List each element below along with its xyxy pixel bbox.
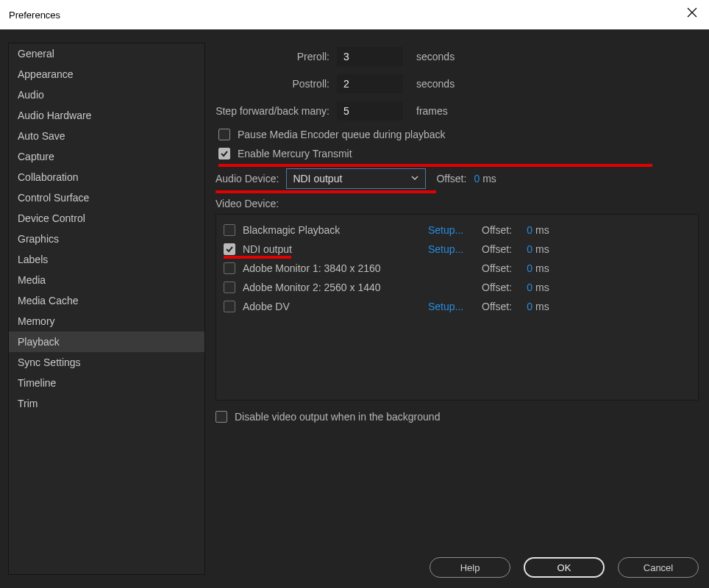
video-device-row: NDI outputSetup...Offset:0ms	[224, 240, 691, 259]
disable-bg-row: Disable video output when in the backgro…	[215, 411, 699, 423]
video-device-offset-unit: ms	[535, 282, 549, 293]
step-input[interactable]	[337, 101, 403, 121]
sidebar-item-graphics[interactable]: Graphics	[9, 229, 204, 249]
video-device-offset-value[interactable]: 0	[512, 301, 532, 312]
video-device-checkbox[interactable]	[224, 262, 235, 274]
sidebar-item-control-surface[interactable]: Control Surface	[9, 187, 204, 208]
dialog-body: GeneralAppearanceAudioAudio HardwareAuto…	[0, 29, 709, 588]
sidebar-item-capture[interactable]: Capture	[9, 146, 204, 167]
disable-bg-label: Disable video output when in the backgro…	[235, 411, 440, 423]
audio-device-label: Audio Device:	[215, 173, 279, 184]
video-device-offset-unit: ms	[535, 224, 549, 236]
sidebar-item-labels[interactable]: Labels	[9, 249, 204, 270]
preroll-input[interactable]	[337, 47, 403, 66]
video-device-row: Adobe Monitor 2: 2560 x 1440Offset:0ms	[224, 278, 691, 297]
video-device-name: Blackmagic Playback	[243, 224, 428, 236]
video-device-offset-label: Offset:	[474, 243, 512, 255]
postroll-unit: seconds	[416, 78, 455, 90]
step-row: Step forward/back many: frames	[215, 97, 699, 124]
audio-offset-unit: ms	[482, 173, 496, 184]
playback-panel: Preroll: seconds Postroll: seconds Step …	[205, 29, 709, 588]
video-device-offset-label: Offset:	[474, 262, 512, 274]
pause-encoder-label: Pause Media Encoder queue during playbac…	[238, 129, 446, 140]
video-device-offset-value[interactable]: 0	[512, 224, 532, 236]
sidebar-item-audio[interactable]: Audio	[9, 85, 204, 105]
sidebar-item-device-control[interactable]: Device Control	[9, 208, 204, 229]
video-device-row: Blackmagic PlaybackSetup...Offset:0ms	[224, 220, 691, 240]
video-device-label: Video Device:	[215, 198, 699, 209]
video-device-name: Adobe Monitor 1: 3840 x 2160	[243, 262, 428, 274]
video-device-checkbox[interactable]	[224, 282, 235, 293]
postroll-label: Postroll:	[215, 78, 337, 90]
sidebar-item-collaboration[interactable]: Collaboration	[9, 167, 204, 187]
annotation-underline	[215, 190, 436, 193]
sidebar-item-playback[interactable]: Playback	[9, 331, 204, 352]
postroll-input[interactable]	[337, 74, 403, 93]
video-device-offset-label: Offset:	[474, 282, 512, 293]
video-device-offset-label: Offset:	[474, 224, 512, 236]
video-device-offset-value[interactable]: 0	[512, 243, 532, 255]
mercury-checkbox[interactable]	[218, 148, 230, 159]
video-device-offset-unit: ms	[535, 243, 549, 255]
mercury-label: Enable Mercury Transmit	[238, 148, 352, 159]
video-device-offset-value[interactable]: 0	[512, 282, 532, 293]
video-device-offset-unit: ms	[535, 262, 549, 274]
audio-device-row: Audio Device: NDI output Offset: 0 ms	[215, 168, 699, 189]
audio-device-select[interactable]: NDI output	[286, 168, 426, 189]
sidebar-item-media[interactable]: Media	[9, 270, 204, 290]
video-device-checkbox[interactable]	[224, 243, 235, 255]
video-device-row: Adobe DVSetup...Offset:0ms	[224, 297, 691, 316]
help-button[interactable]: Help	[430, 557, 510, 578]
titlebar: Preferences	[0, 0, 709, 29]
sidebar-item-trim[interactable]: Trim	[9, 393, 204, 414]
sidebar-item-audio-hardware[interactable]: Audio Hardware	[9, 105, 204, 126]
video-device-name: NDI output	[243, 243, 428, 255]
postroll-row: Postroll: seconds	[215, 70, 699, 97]
sidebar-item-general[interactable]: General	[9, 43, 204, 64]
video-device-offset-unit: ms	[535, 301, 549, 312]
dialog-buttons: Help OK Cancel	[430, 557, 699, 578]
video-device-name: Adobe DV	[243, 301, 428, 312]
pause-encoder-checkbox[interactable]	[218, 129, 230, 140]
video-device-setup-link[interactable]: Setup...	[428, 301, 474, 312]
disable-bg-checkbox[interactable]	[215, 411, 227, 423]
sidebar-item-sync-settings[interactable]: Sync Settings	[9, 352, 204, 373]
sidebar-item-appearance[interactable]: Appearance	[9, 64, 204, 85]
preroll-label: Preroll:	[215, 51, 337, 62]
annotation-underline	[218, 164, 652, 167]
sidebar-item-auto-save[interactable]: Auto Save	[9, 126, 204, 146]
video-device-list: Blackmagic PlaybackSetup...Offset:0msNDI…	[215, 214, 699, 401]
step-label: Step forward/back many:	[215, 105, 337, 117]
sidebar-item-memory[interactable]: Memory	[9, 311, 204, 331]
video-device-checkbox[interactable]	[224, 301, 235, 312]
video-device-name: Adobe Monitor 2: 2560 x 1440	[243, 282, 428, 293]
category-sidebar: GeneralAppearanceAudioAudio HardwareAuto…	[8, 43, 205, 575]
close-button[interactable]	[687, 7, 697, 18]
video-device-checkbox[interactable]	[224, 224, 235, 236]
video-device-setup-link[interactable]: Setup...	[428, 224, 474, 236]
mercury-row: Enable Mercury Transmit	[218, 148, 699, 159]
preroll-unit: seconds	[416, 51, 455, 62]
sidebar-item-media-cache[interactable]: Media Cache	[9, 290, 204, 311]
window-title: Preferences	[9, 10, 60, 21]
video-device-offset-label: Offset:	[474, 301, 512, 312]
chevron-down-icon	[410, 173, 419, 184]
video-device-row: Adobe Monitor 1: 3840 x 2160Offset:0ms	[224, 259, 691, 278]
sidebar-item-timeline[interactable]: Timeline	[9, 373, 204, 393]
video-device-setup-link[interactable]: Setup...	[428, 243, 474, 255]
step-unit: frames	[416, 105, 448, 117]
video-device-offset-value[interactable]: 0	[512, 262, 532, 274]
pause-encoder-row: Pause Media Encoder queue during playbac…	[218, 129, 699, 140]
ok-button[interactable]: OK	[524, 557, 605, 578]
audio-offset-value[interactable]: 0	[474, 173, 480, 184]
audio-device-value: NDI output	[293, 173, 342, 184]
audio-offset-label: Offset:	[436, 173, 466, 184]
preroll-row: Preroll: seconds	[215, 43, 699, 70]
cancel-button[interactable]: Cancel	[618, 557, 699, 578]
